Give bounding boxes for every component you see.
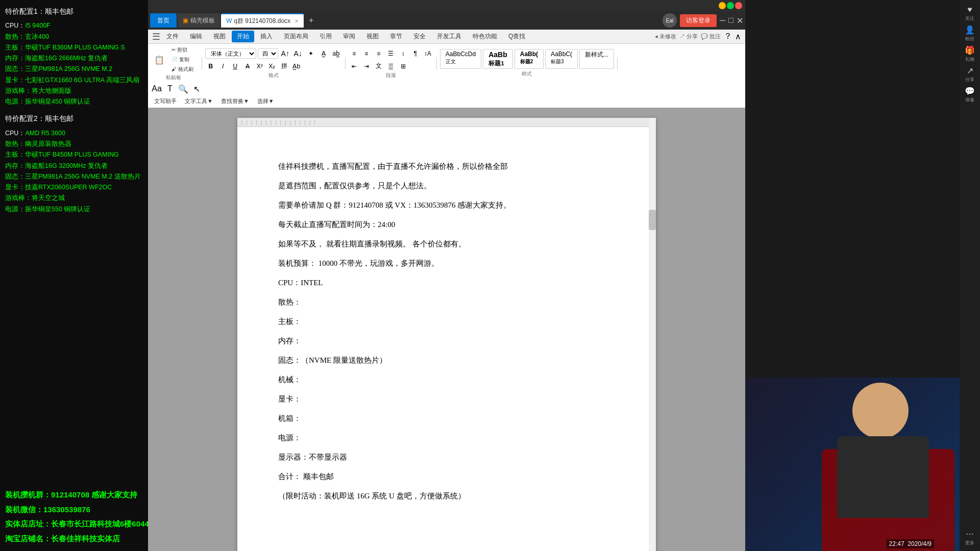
visit-login-btn[interactable]: 访客登录	[680, 14, 717, 27]
user-avatar[interactable]: Eal	[663, 13, 677, 28]
char-border-btn[interactable]: A̲b	[291, 61, 302, 72]
para-spacing-btn[interactable]: ¶	[410, 48, 421, 59]
divider-2	[345, 57, 346, 69]
close-btn[interactable]	[735, 2, 742, 9]
ribbon-tab-chapter[interactable]: 章节	[385, 31, 407, 42]
ribbon-tab-security[interactable]: 安全	[408, 31, 431, 42]
ribbon-tab-insert[interactable]: 插入	[255, 31, 278, 42]
tab-doc[interactable]: W q群 912140708.docx ✕	[221, 13, 304, 28]
minimize-btn[interactable]	[719, 2, 726, 9]
format-painter-btn[interactable]: 🖌 格式刷	[168, 65, 197, 74]
psu2: 电源：振华铜皇550 铜牌认证	[5, 204, 143, 215]
find-replace-btn[interactable]: 查找替换▼	[218, 96, 252, 106]
italic-btn[interactable]: I	[217, 61, 229, 72]
shading-btn[interactable]: ▒	[385, 61, 397, 72]
ribbon-bar-1: 📋 ✂ 剪切 📄 复制 🖌 格式刷 粘贴板 宋体（正文） 四号 A↑	[148, 44, 745, 108]
sort-btn[interactable]: ↕A	[422, 48, 433, 59]
text-tool-btn[interactable]: T	[164, 83, 176, 94]
paste-group: 📋 ✂ 剪切 📄 复制 🖌 格式刷 粘贴板	[151, 45, 197, 81]
indent-inc-btn[interactable]: ⇥	[361, 61, 372, 72]
writer-assistant-btn[interactable]: 文写助手	[151, 96, 180, 106]
clipboard-label: 粘贴板	[166, 74, 181, 81]
cpu1-label: CPU：I5 9400F	[5, 20, 143, 32]
copy-btn[interactable]: 📄 复制	[168, 55, 197, 64]
ribbon-tab-tools[interactable]: 视图	[361, 31, 384, 42]
window-close-icon[interactable]: ✕	[737, 16, 743, 26]
ribbon-tab-feature[interactable]: 特色功能	[468, 31, 502, 42]
window-minimize-icon[interactable]: ─	[720, 16, 725, 25]
webcam-video: 22:47 2020/4/9	[745, 378, 960, 551]
line-spacing-btn[interactable]: ↕	[398, 48, 409, 59]
chinese-layout-btn[interactable]: 文	[373, 61, 384, 72]
font-clear-btn[interactable]: ✦	[305, 48, 316, 59]
psu1: 电源：振华铜皇450 铜牌认证	[5, 96, 143, 107]
right-icon-more[interactable]: ⋯ 更多	[962, 530, 978, 546]
ribbon-tab-layout[interactable]: 页面布局	[279, 31, 313, 42]
ribbon-tab-search[interactable]: Q查找	[503, 31, 530, 42]
font-size-select[interactable]: 四号	[258, 48, 278, 59]
title-bar	[148, 0, 745, 11]
ribbon-tab-review[interactable]: 审阅	[338, 31, 360, 42]
superscript-btn[interactable]: X²	[254, 61, 265, 72]
paste-btn[interactable]: 📋	[151, 45, 167, 74]
style-h1[interactable]: AaBb标题1	[483, 49, 513, 69]
align-center-btn[interactable]: ≡	[361, 48, 372, 59]
font-shrink-btn[interactable]: A↓	[292, 48, 304, 59]
right-icon-heart[interactable]: ♥ 关注	[962, 5, 978, 21]
select-btn[interactable]: 选择▼	[254, 96, 277, 106]
ribbon-tab-ref[interactable]: 引用	[314, 31, 337, 42]
ruler: | | | | | | | | | | | | | | | |	[237, 118, 649, 127]
ribbon-tab-dev[interactable]: 开发工具	[432, 31, 467, 42]
subscript-btn[interactable]: X₂	[266, 61, 278, 72]
strikethrough-btn[interactable]: A̶	[242, 61, 253, 72]
indent-dec-btn[interactable]: ⇤	[349, 61, 360, 72]
tab-template[interactable]: ▣ 稿壳模板	[178, 13, 220, 28]
style-h3[interactable]: AaBbC(标题3	[545, 49, 578, 69]
right-icon-share[interactable]: ↗ 分享	[962, 66, 978, 83]
text-highlight-btn[interactable]: ab̲	[331, 48, 342, 59]
tab-bar: 首页 ▣ 稿壳模板 W q群 912140708.docx ✕ + Eal 访客…	[148, 11, 745, 30]
bold-btn[interactable]: B	[205, 61, 216, 72]
document-page[interactable]: | | | | | | | | | | | | | | | | 佳祥科技攒机，直…	[237, 118, 656, 551]
cut-btn[interactable]: ✂ 剪切	[168, 45, 197, 55]
font-dialog-btn[interactable]: Aa	[151, 83, 162, 94]
ribbon-tab-edit[interactable]: 编辑	[185, 31, 207, 42]
format-label: 格式	[205, 72, 342, 79]
right-icon-gift[interactable]: 🎁 礼物	[962, 46, 978, 62]
zoom-btn[interactable]: 🔍	[178, 83, 189, 94]
doc-hdd: 机械：	[278, 372, 615, 387]
font-color-btn[interactable]: A̲	[318, 48, 329, 59]
style-h2[interactable]: AaBb(标题2	[514, 49, 544, 69]
underline-btn[interactable]: U	[230, 61, 241, 72]
document-scrollbar[interactable]	[649, 118, 656, 551]
help-icon[interactable]: ？	[724, 31, 732, 42]
doc-ssd: 固态：（NVME 限量送散热片）	[278, 353, 615, 368]
ribbon-tab-start[interactable]: 开始	[232, 31, 254, 42]
text-tools-btn[interactable]: 文字工具▼	[182, 96, 216, 106]
left-panel: 特价配置1：顺丰包邮 CPU：I5 9400F 散热：玄冰400 主板：华硕TU…	[0, 0, 148, 551]
align-left-btn[interactable]: ≡	[349, 48, 360, 59]
window-maximize-icon[interactable]: □	[728, 16, 733, 25]
doc-monitor: 显示器：不带显示器	[278, 449, 615, 465]
right-icon-bullet[interactable]: 💬 弹幕	[962, 87, 978, 103]
chevron-up-icon[interactable]: ∧	[735, 32, 741, 41]
font-name-select[interactable]: 宋体（正文）	[205, 48, 256, 59]
tab-add[interactable]: +	[305, 14, 317, 27]
right-icon-fans[interactable]: 👤 粉丝	[962, 26, 978, 42]
phonetic-btn[interactable]: 拼	[279, 61, 290, 72]
hamburger-menu-icon[interactable]: ☰	[152, 31, 160, 42]
style-normal[interactable]: AaBbCcDd正文	[440, 49, 481, 69]
style-new[interactable]: 新样式...	[579, 49, 614, 69]
font-grow-btn[interactable]: A↑	[280, 48, 291, 59]
align-justify-btn[interactable]: ☰	[385, 48, 397, 59]
maximize-btn[interactable]	[727, 2, 734, 9]
align-right-btn[interactable]: ≡	[373, 48, 384, 59]
doc-gpu: 显卡：	[278, 391, 615, 407]
tab-home[interactable]: 首页	[150, 13, 177, 28]
pointer-btn[interactable]: ↖	[191, 83, 202, 94]
ribbon-tab-file[interactable]: 文件	[161, 31, 184, 42]
scrollbar-thumb[interactable]	[649, 210, 656, 230]
border-btn[interactable]: ⊞	[398, 61, 409, 72]
cooling2: 散热：幽灵原装散热器	[5, 139, 143, 149]
ribbon-tab-view[interactable]: 视图	[208, 31, 231, 42]
